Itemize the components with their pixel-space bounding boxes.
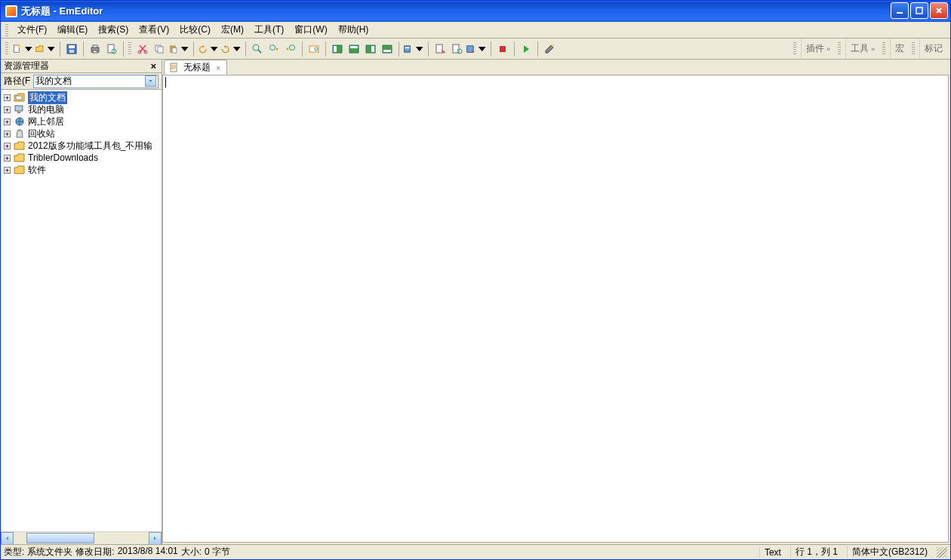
- menubar-grip[interactable]: [5, 24, 8, 36]
- cut-button[interactable]: [134, 41, 151, 57]
- redo-button[interactable]: [220, 41, 242, 57]
- svg-rect-26: [350, 46, 358, 48]
- tree-row[interactable]: +网上邻居: [1, 115, 162, 128]
- tree-expand-icon[interactable]: +: [4, 143, 11, 149]
- seg-plugins[interactable]: 插件»: [801, 38, 835, 59]
- find-prev-button[interactable]: [282, 41, 299, 57]
- scroll-left-button[interactable]: [1, 532, 14, 545]
- props3-button[interactable]: [465, 41, 488, 57]
- maximize-button[interactable]: [910, 2, 928, 19]
- panel4-button[interactable]: [379, 41, 395, 57]
- tab-close-button[interactable]: ×: [214, 63, 222, 72]
- combo-arrow-icon[interactable]: [145, 75, 156, 87]
- menu-file[interactable]: 文件(F): [13, 22, 51, 38]
- explorer-hscrollbar[interactable]: [1, 531, 162, 544]
- tab-untitled[interactable]: 无标题 ×: [164, 60, 227, 75]
- tree-expand-icon[interactable]: +: [4, 155, 11, 162]
- tree-label: 回收站: [28, 128, 55, 140]
- menu-tools[interactable]: 工具(T): [250, 22, 288, 38]
- seg-mark[interactable]: 标记: [919, 38, 947, 59]
- status-mode[interactable]: Text: [759, 547, 786, 558]
- menu-view[interactable]: 查看(V): [134, 22, 174, 38]
- menu-macro[interactable]: 宏(M): [217, 22, 248, 38]
- paste-button[interactable]: [168, 41, 190, 57]
- svg-rect-0: [897, 12, 903, 14]
- folder-icon: [14, 165, 26, 175]
- panel2-button[interactable]: [346, 41, 362, 57]
- explorer-tree[interactable]: +我的文档+我的电脑+网上邻居+回收站+2012版多功能域工具包_不用输+Tri…: [1, 90, 162, 531]
- tree-label: 我的文档: [28, 91, 67, 104]
- tree-label: 2012版多功能域工具包_不用输: [28, 140, 152, 152]
- toolbar-separator: [123, 42, 124, 57]
- search-box-button[interactable]: [306, 41, 322, 57]
- seg-macro[interactable]: 宏: [890, 38, 909, 59]
- toolbar-grip[interactable]: [5, 42, 8, 56]
- find-next-button[interactable]: [266, 41, 282, 57]
- svg-rect-40: [15, 106, 23, 111]
- props2-button[interactable]: [448, 41, 465, 57]
- scroll-right-button[interactable]: [149, 532, 162, 545]
- panel1-button[interactable]: [329, 41, 346, 57]
- props1-button[interactable]: [432, 41, 448, 57]
- window-title: 无标题 - EmEditor: [21, 5, 103, 18]
- explorer-close-button[interactable]: ×: [148, 60, 158, 72]
- seg-tools[interactable]: 工具»: [845, 38, 879, 59]
- file-icon: [169, 63, 180, 73]
- toolbar-grip[interactable]: [882, 42, 885, 56]
- tree-expand-icon[interactable]: +: [4, 118, 11, 125]
- tree-expand-icon[interactable]: +: [4, 94, 11, 101]
- toolbar-grip[interactable]: [793, 42, 796, 56]
- tree-expand-icon[interactable]: +: [4, 131, 11, 137]
- new-button[interactable]: [11, 41, 34, 57]
- tree-row[interactable]: +软件: [1, 164, 162, 176]
- status-encoding[interactable]: 简体中文(GB2312): [847, 546, 932, 558]
- status-left: 类型: 系统文件夹 修改日期: 2013/8/8 14:01 大小: 0 字节: [4, 546, 230, 558]
- tree-label: TriblerDownloads: [28, 152, 98, 163]
- toolbar-separator: [399, 42, 399, 57]
- toolbar-separator: [514, 42, 515, 57]
- record-button[interactable]: [494, 41, 511, 57]
- panel3-button[interactable]: [362, 41, 379, 57]
- close-button[interactable]: [930, 2, 948, 19]
- toolbar-grip[interactable]: [838, 42, 841, 56]
- tree-row[interactable]: +回收站: [1, 128, 162, 140]
- toolbar-separator: [60, 42, 60, 57]
- tree-expand-icon[interactable]: +: [4, 106, 11, 113]
- tree-row[interactable]: +2012版多功能域工具包_不用输: [1, 140, 162, 152]
- copy-button[interactable]: [151, 41, 168, 57]
- network-icon: [14, 116, 26, 127]
- minimize-button[interactable]: [891, 2, 909, 19]
- print-button[interactable]: [87, 41, 103, 57]
- config-button[interactable]: [402, 41, 425, 57]
- toolbar-grip[interactable]: [912, 42, 915, 56]
- tree-row[interactable]: +我的电脑: [1, 103, 162, 115]
- save-button[interactable]: [63, 41, 80, 57]
- tree-row[interactable]: +TriblerDownloads: [1, 152, 162, 164]
- tree-expand-icon[interactable]: +: [4, 167, 11, 174]
- print-preview-button[interactable]: [103, 41, 120, 57]
- scroll-thumb[interactable]: [26, 533, 94, 543]
- menu-edit[interactable]: 编辑(E): [53, 22, 92, 38]
- undo-button[interactable]: [197, 41, 220, 57]
- menu-compare[interactable]: 比较(C): [175, 22, 215, 38]
- play-button[interactable]: [518, 41, 534, 57]
- seg-tools-label: 工具: [851, 42, 869, 55]
- app-icon: [5, 5, 17, 17]
- toolbar-grip[interactable]: [128, 42, 131, 56]
- resize-grip[interactable]: [937, 547, 947, 558]
- menu-help[interactable]: 帮助(H): [334, 22, 374, 38]
- path-combo[interactable]: 我的文档: [33, 75, 158, 88]
- menu-window[interactable]: 窗口(W): [290, 22, 331, 38]
- tree-label: 我的电脑: [28, 103, 64, 116]
- customize-button[interactable]: [541, 41, 558, 57]
- menu-search[interactable]: 搜索(S): [94, 22, 133, 38]
- tree-row[interactable]: +我的文档: [1, 91, 162, 103]
- chevron-right-icon: »: [871, 45, 875, 53]
- find-button[interactable]: [249, 41, 266, 57]
- toolbar-separator: [302, 42, 303, 57]
- svg-rect-17: [172, 48, 177, 53]
- open-button[interactable]: [34, 41, 57, 57]
- svg-rect-1: [916, 8, 922, 14]
- editor[interactable]: [162, 75, 949, 543]
- status-position[interactable]: 行 1，列 1: [790, 546, 842, 558]
